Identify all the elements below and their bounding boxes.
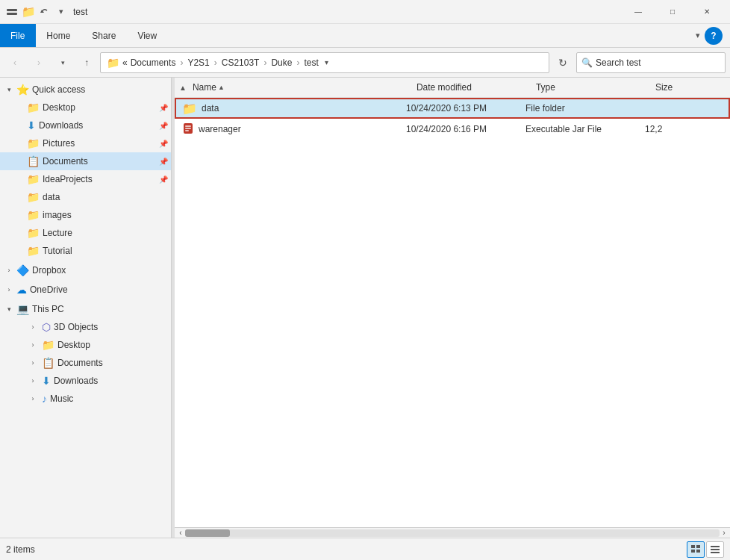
file-date-data: 10/24/2020 6:13 PM [402, 103, 521, 113]
sidebar-item-idea-projects[interactable]: 📁 IdeaProjects 📌 [0, 170, 171, 188]
col-type-label: Type [536, 82, 555, 93]
pin-icon-title[interactable]: ▾ [55, 6, 67, 18]
sidebar-group-onedrive[interactable]: › ☁ OneDrive [0, 281, 171, 299]
maximize-button[interactable]: □ [655, 0, 690, 24]
address-dropdown-arrow[interactable]: ▾ [325, 58, 328, 66]
sidebar-item-downloads-pc[interactable]: › ⬇ Downloads [0, 372, 171, 390]
svg-rect-7 [691, 545, 695, 548]
col-date-label: Date modified [417, 82, 472, 93]
sidebar-item-data[interactable]: 📁 data [0, 188, 171, 206]
undo-icon[interactable] [39, 6, 51, 18]
hscroll-left-btn[interactable]: ‹ [176, 529, 185, 537]
dropdown-button[interactable]: ▾ [52, 52, 73, 73]
refresh-button[interactable]: ↻ [552, 52, 573, 73]
file-row-data[interactable]: 📁 data 10/24/2020 6:13 PM File folder [175, 98, 730, 119]
tab-home[interactable]: Home [36, 24, 81, 47]
downloads-pc-icon: ⬇ [42, 375, 51, 387]
downloads-pin-icon: 📌 [159, 122, 168, 130]
ribbon-expand: ▾ ? [688, 24, 730, 47]
sidebar-item-pictures[interactable]: 📁 Pictures 📌 [0, 134, 171, 152]
svg-rect-11 [711, 546, 720, 547]
hscroll-thumb[interactable] [185, 529, 230, 537]
idea-folder-icon: 📁 [27, 173, 40, 185]
sidebar: ▾ ⭐ Quick access 📁 Desktop 📌 ⬇ Downloads… [0, 78, 172, 538]
sidebar-item-3d-objects[interactable]: › ⬡ 3D Objects [0, 318, 171, 336]
minimize-button[interactable]: — [621, 0, 655, 24]
sidebar-item-documents-pc[interactable]: › 📋 Documents [0, 354, 171, 372]
sidebar-item-downloads[interactable]: ⬇ Downloads 📌 [0, 116, 171, 134]
svg-rect-1 [7, 13, 17, 15]
sidebar-images-label: images [43, 210, 72, 220]
documents-pc-chevron: › [27, 359, 39, 367]
quick-access-icon[interactable] [6, 6, 18, 18]
col-header-name[interactable]: Name ▲ [188, 78, 412, 97]
images-folder-icon: 📁 [27, 209, 40, 221]
sidebar-desktop-pc-label: Desktop [57, 340, 90, 350]
search-icon: 🔍 [581, 57, 593, 68]
col-header-date[interactable]: Date modified [412, 78, 531, 97]
sidebar-item-desktop[interactable]: 📁 Desktop 📌 [0, 99, 171, 116]
file-type-warenager: Executable Jar File [521, 124, 640, 134]
file-size-warenager: 12,2 [640, 124, 727, 134]
ribbon-collapse-icon[interactable]: ▾ [696, 31, 700, 40]
path-sep-2: › [214, 57, 217, 68]
documents-pin-icon: 📌 [159, 158, 168, 166]
svg-rect-0 [7, 9, 17, 11]
lecture-folder-icon: 📁 [27, 227, 40, 239]
svg-rect-5 [185, 128, 191, 129]
sidebar-group-dropbox[interactable]: › 🔷 Dropbox [0, 261, 171, 279]
sidebar-item-tutorial[interactable]: 📁 Tutorial [0, 242, 171, 260]
folder-icon-title: 📁 [22, 6, 34, 18]
desktop-pin-icon: 📌 [159, 104, 168, 112]
ribbon: File Home Share View ▾ ? [0, 24, 730, 48]
search-input[interactable] [596, 57, 720, 68]
col-header-type[interactable]: Type [531, 78, 651, 97]
close-button[interactable]: ✕ [690, 0, 724, 24]
col-header-size[interactable]: Size [651, 78, 727, 97]
sidebar-data-label: data [43, 192, 60, 202]
dropbox-chevron: › [3, 267, 15, 274]
col-size-label: Size [655, 82, 673, 93]
sidebar-item-images[interactable]: 📁 images [0, 206, 171, 224]
file-list-header: ▲ Name ▲ Date modified Type Size [175, 78, 730, 98]
tab-file[interactable]: File [0, 24, 36, 47]
forward-button[interactable]: › [28, 52, 49, 73]
onedrive-chevron: › [3, 286, 15, 293]
svg-rect-8 [696, 545, 700, 548]
tab-share[interactable]: Share [81, 24, 127, 47]
sidebar-group-this-pc[interactable]: ▾ 💻 This PC [0, 300, 171, 318]
hscroll-right-btn[interactable]: › [720, 529, 729, 537]
sidebar-item-documents[interactable]: 📋 Documents 📌 [0, 152, 171, 170]
downloads-pc-chevron: › [27, 377, 39, 385]
file-list: 📁 data 10/24/2020 6:13 PM File folder [175, 98, 730, 527]
view-details-button[interactable] [687, 541, 705, 558]
path-folder-icon: 📁 [107, 57, 119, 69]
sidebar-onedrive-label: OneDrive [30, 284, 68, 295]
sort-up-indicator: ▲ [179, 84, 187, 92]
title-bar-icons: 📁 ▾ [6, 6, 67, 18]
data-folder-icon: 📁 [27, 191, 40, 203]
svg-rect-12 [711, 549, 720, 550]
quick-access-chevron: ▾ [3, 86, 15, 93]
sidebar-lecture-label: Lecture [43, 228, 72, 238]
pictures-folder-icon: 📁 [27, 137, 40, 149]
up-button[interactable]: ↑ [76, 52, 97, 73]
desktop-folder-icon: 📁 [27, 102, 40, 113]
sidebar-group-quick-access[interactable]: ▾ ⭐ Quick access [0, 81, 171, 99]
file-row-warenager[interactable]: warenager 10/24/2020 6:16 PM Executable … [175, 119, 730, 140]
sidebar-item-desktop-pc[interactable]: › 📁 Desktop [0, 336, 171, 354]
address-path[interactable]: 📁 « Documents › Y2S1 › CS2103T › Duke › … [100, 52, 549, 73]
documents-pc-icon: 📋 [42, 357, 54, 369]
path-segment-1: « [122, 57, 128, 68]
view-list-button[interactable] [706, 541, 724, 558]
tab-view[interactable]: View [127, 24, 168, 47]
back-button[interactable]: ‹ [4, 52, 25, 73]
path-sep-4: › [296, 57, 299, 68]
file-type-data: File folder [521, 103, 640, 113]
sidebar-item-lecture[interactable]: 📁 Lecture [0, 224, 171, 242]
sidebar-item-music[interactable]: › ♪ Music [0, 390, 171, 408]
list-view-icon [710, 544, 720, 555]
search-box[interactable]: 🔍 [576, 52, 726, 73]
hscroll-area[interactable]: ‹ › [175, 527, 730, 538]
help-button[interactable]: ? [705, 27, 723, 45]
